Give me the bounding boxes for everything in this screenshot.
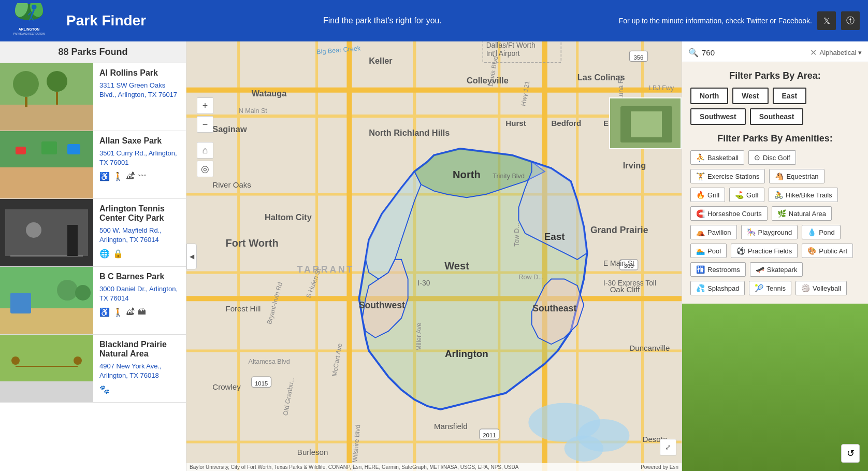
svg-text:Miller Ave: Miller Ave <box>415 323 423 351</box>
amenity-label: Golf <box>746 191 759 199</box>
park-icon: 🌐 <box>99 249 110 259</box>
svg-rect-32 <box>0 381 93 402</box>
area-btn-west[interactable]: West <box>732 88 768 104</box>
amenity-label: Practice Fields <box>748 247 792 255</box>
park-list-item[interactable]: B C Barnes Park3000 Daniel Dr., Arlingto… <box>0 267 186 335</box>
svg-text:Luna Rd: Luna Rd <box>617 75 625 100</box>
svg-text:Trinity Blvd: Trinity Blvd <box>493 173 525 180</box>
park-name: Blackland Prairie Natural Area <box>99 340 180 359</box>
amenity-btn-exercise-stations[interactable]: 🏋Exercise Stations <box>690 169 765 183</box>
amenity-label: Grill <box>707 191 719 199</box>
amenity-btn-pavilion[interactable]: ⛺Pavilion <box>690 225 737 239</box>
sort-dropdown[interactable]: Alphabetical ▾ <box>820 49 862 56</box>
app-title: Park Finder <box>66 12 146 29</box>
park-list-item[interactable]: Arlington Tennis Center City Park500 W. … <box>0 199 186 267</box>
area-btn-north[interactable]: North <box>690 88 728 104</box>
amenity-btn-public-art[interactable]: 🎨Public Art <box>802 244 853 258</box>
park-icon: 🏕 <box>126 172 135 181</box>
amenity-icon: ⛺ <box>696 228 705 236</box>
amenity-btn-basketball[interactable]: ⛹Basketball <box>690 150 744 165</box>
amenity-btn-horseshoe-courts[interactable]: 🧲Horseshoe Courts <box>690 206 768 221</box>
parks-list: Al Rollins Park3311 SW Green Oaks Blvd.,… <box>0 63 186 471</box>
amenity-icon: 🏋 <box>696 172 705 180</box>
park-amenity-icons: ♿🚶🏕🏔 <box>99 307 180 317</box>
amenity-icon: ⚽ <box>736 247 745 255</box>
svg-point-35 <box>74 356 82 365</box>
main-content: 88 Parks Found Al Rollins Park3311 SW Gr… <box>0 41 868 471</box>
amenity-btn-volleyball[interactable]: 🏐Volleyball <box>795 281 847 295</box>
svg-point-13 <box>47 71 67 92</box>
svg-point-34 <box>11 356 20 365</box>
map-collapse-button[interactable]: ◀ <box>186 244 197 269</box>
amenity-btn-grill[interactable]: 🔥Grill <box>690 188 725 202</box>
park-icon: 🚶 <box>113 307 123 317</box>
park-amenity-icons: 🌐🔒 <box>99 249 180 259</box>
amenity-btn-disc-golf[interactable]: ⊙Disc Golf <box>748 150 796 165</box>
svg-text:Forest Hill: Forest Hill <box>225 304 261 313</box>
park-amenity-icons: 🐾 <box>99 384 180 394</box>
map-fullscreen-button[interactable]: ⤢ <box>660 439 676 455</box>
amenity-icon: 💧 <box>807 228 816 236</box>
park-icon: ♿ <box>99 172 110 181</box>
park-list-item[interactable]: Allan Saxe Park3501 Curry Rd., Arlington… <box>0 131 186 199</box>
reset-button[interactable]: ↺ <box>841 444 860 463</box>
search-clear-button[interactable]: ✕ <box>810 48 817 58</box>
map-zoom-in-button[interactable]: + <box>197 97 213 114</box>
svg-text:East: East <box>544 231 566 242</box>
park-list-item[interactable]: Blackland Prairie Natural Area4907 New Y… <box>0 335 186 403</box>
amenity-btn-pool[interactable]: 🏊Pool <box>690 244 727 258</box>
area-btn-east[interactable]: East <box>773 88 807 104</box>
amenity-icon: 🧲 <box>696 209 705 218</box>
map-zoom-out-button[interactable]: − <box>197 116 213 133</box>
park-icon: 🏔 <box>138 307 146 317</box>
park-address: 3000 Daniel Dr., Arlington, TX 76014 <box>99 284 180 303</box>
map-area[interactable]: 287 287 356 1015 2011 287 303 Watauga Ke… <box>186 41 682 471</box>
map-minimap[interactable] <box>609 97 682 149</box>
park-list-item[interactable]: Al Rollins Park3311 SW Green Oaks Blvd.,… <box>0 63 186 131</box>
amenity-btn-hike-bike-trails[interactable]: 🚴Hike/Bike Trails <box>769 188 838 202</box>
svg-text:Int'l Airport: Int'l Airport <box>486 49 520 58</box>
svg-text:Fort Worth: Fort Worth <box>225 237 278 249</box>
amenity-btn-equestrian[interactable]: 🐴Equestrian <box>769 169 824 183</box>
amenity-icon: 🚴 <box>774 191 783 199</box>
amenity-btn-pond[interactable]: 💧Pond <box>802 225 840 239</box>
svg-text:Mansfield: Mansfield <box>434 422 468 431</box>
park-info: B C Barnes Park3000 Daniel Dr., Arlingto… <box>93 267 186 334</box>
search-input[interactable] <box>702 48 807 57</box>
filter-amenities-title: Filter Parks By Amenities: <box>690 133 860 144</box>
amenity-btn-practice-fields[interactable]: ⚽Practice Fields <box>731 244 798 258</box>
svg-text:North: North <box>453 169 481 180</box>
facebook-button[interactable]: ⓕ <box>841 11 860 30</box>
svg-rect-19 <box>41 141 57 154</box>
svg-text:Crowley: Crowley <box>212 382 241 391</box>
amenity-label: Pool <box>707 247 721 255</box>
park-address: 500 W. Mayfield Rd., Arlington, TX 76014 <box>99 226 180 245</box>
map-home-button[interactable]: ⌂ <box>197 142 213 159</box>
amenity-btn-skatepark[interactable]: 🛹Skatepark <box>750 262 803 277</box>
amenity-label: Playground <box>758 229 792 236</box>
svg-text:Bedford: Bedford <box>551 119 581 127</box>
amenity-btn-golf[interactable]: ⛳Golf <box>729 188 764 202</box>
area-btn-southwest[interactable]: Southwest <box>690 108 746 125</box>
twitter-button[interactable]: 𝕏 <box>817 11 836 30</box>
svg-point-115 <box>565 435 603 461</box>
park-thumbnail <box>0 131 93 198</box>
amenity-btn-splashpad[interactable]: 💦Splashpad <box>690 281 745 295</box>
park-icon: 🚶 <box>113 172 123 181</box>
svg-text:I-30: I-30 <box>418 279 430 287</box>
svg-text:Keller: Keller <box>369 56 393 65</box>
amenity-btn-playground[interactable]: 🎠Playground <box>741 225 798 239</box>
svg-text:2011: 2011 <box>483 432 496 438</box>
amenity-btn-natural-area[interactable]: 🌿Natural Area <box>772 206 832 221</box>
amenity-btn-restrooms[interactable]: 🚻Restrooms <box>690 262 746 277</box>
header-subtitle: Find the park that's right for you. <box>146 16 619 25</box>
amenity-btn-tennis[interactable]: 🎾Tennis <box>749 281 791 295</box>
svg-text:Row D...: Row D... <box>519 274 544 281</box>
arlington-logo: ARLINGTON PARKS AND RECREATION <box>8 3 50 38</box>
map-locate-button[interactable]: ◎ <box>197 161 213 177</box>
svg-text:LBJ Fwy: LBJ Fwy <box>649 84 674 92</box>
svg-text:River Oaks: River Oaks <box>212 180 251 189</box>
area-btn-southeast[interactable]: Southeast <box>750 108 804 125</box>
svg-text:I-30 Express Toll: I-30 Express Toll <box>603 279 656 287</box>
park-thumbnail <box>0 267 93 334</box>
